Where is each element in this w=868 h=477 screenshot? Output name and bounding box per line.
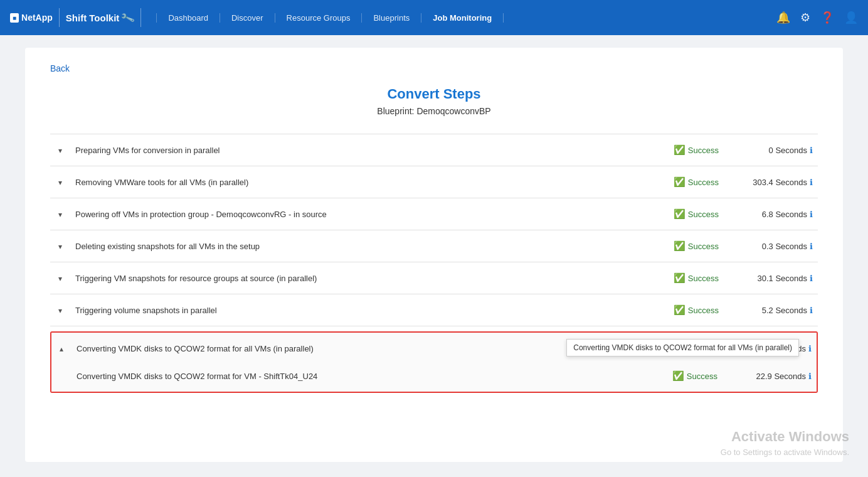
- netapp-logo-icon: ■: [10, 13, 19, 23]
- time-value: 6.8 Seconds ℹ: [762, 210, 813, 219]
- chevron-up-icon[interactable]: ▴: [60, 345, 63, 353]
- success-icon: ✅: [674, 176, 685, 188]
- time-value: 22.9 Seconds ℹ Converting VMDK disks to …: [756, 344, 812, 353]
- table-row: ▾ Removing VMWare tools for all VMs (in …: [50, 166, 818, 198]
- step-label: Removing VMWare tools for all VMs (in pa…: [75, 178, 248, 187]
- success-icon: ✅: [674, 208, 685, 220]
- highlighted-steps-table: ▴ Converting VMDK disks to QCOW2 format …: [51, 333, 817, 392]
- step-label: Powering off VMs in protection group - D…: [75, 210, 327, 219]
- highlighted-step-section: ▴ Converting VMDK disks to QCOW2 format …: [50, 331, 818, 393]
- gear-icon[interactable]: ⚙: [800, 11, 810, 24]
- nav-job-monitoring[interactable]: Job Monitoring: [421, 13, 504, 23]
- chevron-down-icon[interactable]: ▾: [58, 210, 62, 219]
- status-badge: ✅ Success: [674, 176, 719, 188]
- table-row: ▾ Triggering volume snapshots in paralle…: [50, 294, 818, 326]
- netapp-logo: ■ NetApp: [10, 13, 53, 23]
- page-subtitle: Blueprint: DemoqcowconvBP: [50, 106, 818, 116]
- success-icon: ✅: [672, 370, 684, 382]
- chevron-down-icon[interactable]: ▾: [58, 242, 62, 251]
- chevron-down-icon[interactable]: ▾: [58, 146, 62, 155]
- chevron-down-icon[interactable]: ▾: [58, 274, 62, 283]
- toolkit-icon: 🔧: [120, 10, 136, 26]
- sub-step-label: Converting VMDK disks to QCOW2 format fo…: [77, 372, 317, 381]
- tooltip-popup: Converting VMDK disks to QCOW2 format fo…: [566, 339, 799, 356]
- success-icon: ✅: [674, 240, 685, 252]
- info-icon[interactable]: ℹ: [808, 344, 812, 353]
- info-icon[interactable]: ℹ: [808, 372, 812, 381]
- netapp-label: NetApp: [21, 13, 53, 23]
- status-badge: ✅ Success: [674, 304, 719, 316]
- time-value: 0.3 Seconds ℹ: [762, 242, 813, 251]
- nav-links: Dashboard Discover Resource Groups Bluep…: [156, 13, 776, 23]
- table-row: Converting VMDK disks to QCOW2 format fo…: [51, 364, 817, 392]
- table-row: ▾ Powering off VMs in protection group -…: [50, 198, 818, 230]
- status-badge: ✅ Success: [672, 370, 717, 382]
- nav-blueprints[interactable]: Blueprints: [362, 13, 421, 23]
- help-icon[interactable]: ❓: [820, 11, 834, 24]
- info-icon[interactable]: ℹ: [810, 274, 813, 283]
- step-label: Triggering volume snapshots in parallel: [75, 306, 217, 315]
- info-icon[interactable]: ℹ: [810, 242, 813, 251]
- brand-area: ■ NetApp Shift Toolkit 🔧: [10, 8, 144, 27]
- table-row: ▴ Converting VMDK disks to QCOW2 format …: [51, 333, 817, 364]
- page-title: Convert Steps: [50, 86, 818, 102]
- chevron-down-icon[interactable]: ▾: [58, 178, 62, 187]
- info-icon[interactable]: ℹ: [810, 210, 813, 219]
- nav-right-icons: 🔔 ⚙ ❓ 👤: [776, 11, 858, 24]
- main-content: Back Convert Steps Blueprint: Demoqcowco…: [25, 48, 843, 462]
- success-icon: ✅: [674, 272, 685, 284]
- table-row: ▾ Preparing VMs for conversion in parall…: [50, 134, 818, 166]
- shift-toolkit-label: Shift Toolkit 🔧: [66, 12, 135, 24]
- time-value: 5.2 Seconds ℹ: [762, 306, 813, 315]
- step-label: Deleting existing snapshots for all VMs …: [75, 242, 260, 251]
- time-value: 30.1 Seconds ℹ: [757, 274, 813, 283]
- nav-divider-1: [59, 8, 60, 27]
- table-row: ▾ Deleting existing snapshots for all VM…: [50, 230, 818, 262]
- time-value: 22.9 Seconds ℹ: [756, 372, 812, 381]
- nav-divider-2: [140, 8, 141, 27]
- status-badge: ✅ Success: [674, 240, 719, 252]
- step-label: Triggering VM snapshots for resource gro…: [75, 274, 317, 283]
- status-badge: ✅ Success: [674, 272, 719, 284]
- info-icon[interactable]: ℹ: [810, 306, 813, 315]
- tooltip-container: ℹ Converting VMDK disks to QCOW2 format …: [808, 344, 812, 353]
- time-value: 303.4 Seconds ℹ: [753, 178, 813, 187]
- nav-dashboard[interactable]: Dashboard: [156, 13, 220, 23]
- user-icon[interactable]: 👤: [844, 11, 858, 24]
- time-value: 0 Seconds ℹ: [769, 146, 813, 155]
- status-badge: ✅ Success: [674, 144, 719, 156]
- step-label: Preparing VMs for conversion in parallel: [75, 146, 220, 155]
- success-icon: ✅: [674, 304, 685, 316]
- table-row: ▾ Triggering VM snapshots for resource g…: [50, 262, 818, 294]
- steps-table: ▾ Preparing VMs for conversion in parall…: [50, 134, 818, 326]
- nav-discover[interactable]: Discover: [220, 13, 275, 23]
- info-icon[interactable]: ℹ: [810, 146, 813, 155]
- navbar: ■ NetApp Shift Toolkit 🔧 Dashboard Disco…: [0, 0, 868, 35]
- back-button[interactable]: Back: [50, 63, 70, 73]
- info-icon[interactable]: ℹ: [810, 178, 813, 187]
- status-badge: ✅ Success: [674, 208, 719, 220]
- bell-icon[interactable]: 🔔: [776, 11, 790, 24]
- highlighted-step-label: Converting VMDK disks to QCOW2 format fo…: [77, 344, 314, 353]
- success-icon: ✅: [674, 144, 685, 156]
- nav-resource-groups[interactable]: Resource Groups: [275, 13, 363, 23]
- chevron-down-icon[interactable]: ▾: [58, 306, 62, 315]
